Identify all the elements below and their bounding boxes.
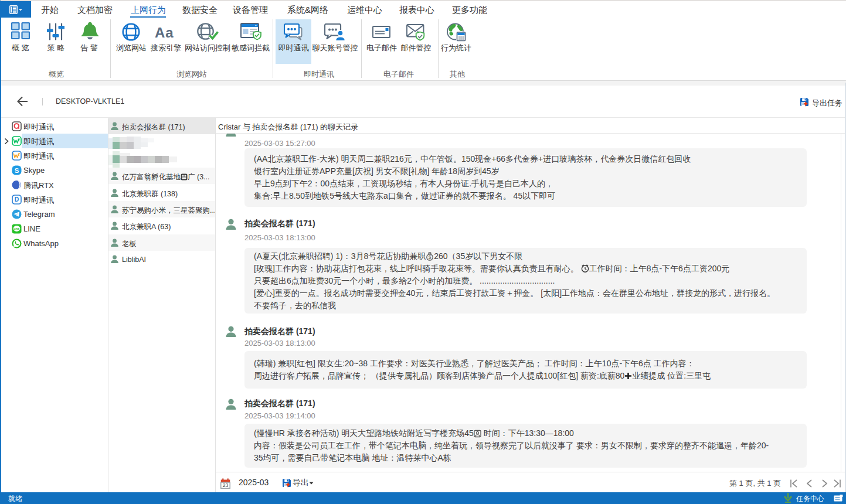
svg-text:D: D — [15, 196, 19, 203]
svg-text:$: $ — [429, 254, 432, 260]
svg-text:23: 23 — [223, 482, 229, 488]
svg-text:LINE: LINE — [14, 227, 20, 230]
svg-text:S: S — [15, 167, 19, 174]
